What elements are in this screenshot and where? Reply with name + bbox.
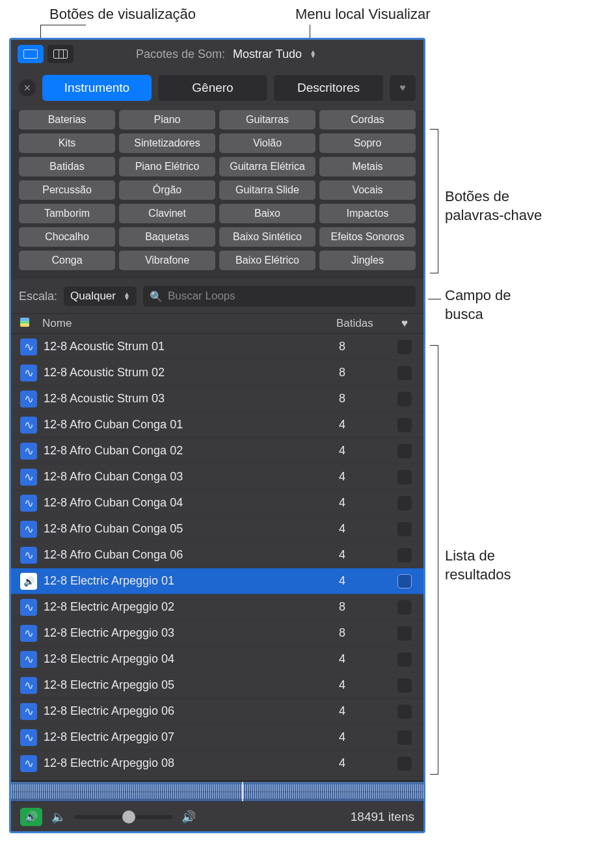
popup-arrows-icon: ▲▼ <box>310 50 316 58</box>
favorites-button[interactable]: ♥ <box>390 75 416 101</box>
keyword-button[interactable]: Baquetas <box>119 227 215 247</box>
result-row[interactable]: 12-8 Acoustic Strum 018 <box>11 334 423 360</box>
loop-audio-icon <box>20 417 37 434</box>
column-beats[interactable]: Batidas <box>336 317 395 330</box>
loop-name: 12-8 Electric Arpeggio 01 <box>44 574 339 588</box>
result-row[interactable]: 12-8 Electric Arpeggio 038 <box>11 620 423 646</box>
loop-beats: 8 <box>339 366 397 380</box>
preview-play-button[interactable]: 🔊 <box>20 808 42 826</box>
keyword-button[interactable]: Sopro <box>319 133 416 153</box>
playhead[interactable] <box>242 782 243 801</box>
category-tabs: ✕ Instrumento Gênero Descritores ♥ <box>11 68 423 110</box>
favorite-checkbox[interactable] <box>397 626 412 641</box>
favorite-checkbox[interactable] <box>397 522 412 536</box>
keyword-button[interactable]: Kits <box>19 133 115 153</box>
callout-line <box>310 25 310 39</box>
result-row[interactable]: 12-8 Afro Cuban Conga 064 <box>11 542 423 568</box>
slider-knob[interactable] <box>122 810 135 823</box>
view-button-2[interactable] <box>47 45 74 63</box>
keyword-button[interactable]: Violão <box>219 133 315 153</box>
result-row[interactable]: 12-8 Afro Cuban Conga 024 <box>11 438 423 464</box>
loop-name: 12-8 Electric Arpeggio 05 <box>44 678 339 692</box>
keyword-button[interactable]: Guitarra Slide <box>219 180 315 200</box>
volume-slider[interactable] <box>75 815 172 819</box>
result-row[interactable]: 12-8 Electric Arpeggio 064 <box>11 698 423 725</box>
result-row[interactable]: 12-8 Afro Cuban Conga 034 <box>11 464 423 490</box>
results-list[interactable]: 12-8 Acoustic Strum 01812-8 Acoustic Str… <box>11 334 423 781</box>
keyword-button[interactable]: Tamborim <box>19 204 115 223</box>
loop-color-icon <box>20 318 29 327</box>
tab-descriptors[interactable]: Descritores <box>274 75 383 101</box>
view-button-1[interactable] <box>18 45 44 63</box>
loop-beats: 8 <box>339 626 397 640</box>
loop-name: 12-8 Afro Cuban Conga 04 <box>44 496 339 510</box>
column-favorite[interactable]: ♥ <box>395 317 414 330</box>
result-row[interactable]: 12-8 Electric Arpeggio 044 <box>11 646 423 672</box>
favorite-checkbox[interactable] <box>397 574 412 588</box>
keyword-button[interactable]: Guitarra Elétrica <box>219 157 315 176</box>
bottom-bar: 🔊 🔈 🔊 18491 itens <box>11 801 423 831</box>
keyword-button[interactable]: Conga <box>19 251 115 270</box>
keyword-button[interactable]: Guitarras <box>219 110 315 130</box>
favorite-checkbox[interactable] <box>397 548 412 562</box>
keyword-button[interactable]: Impactos <box>319 204 416 223</box>
loop-beats: 8 <box>339 340 397 353</box>
loop-audio-icon <box>20 625 37 642</box>
favorite-checkbox[interactable] <box>397 678 412 693</box>
keyword-button[interactable]: Piano <box>119 110 215 130</box>
keyword-button[interactable]: Chocalho <box>19 227 115 247</box>
keyword-button[interactable]: Piano Elétrico <box>119 157 215 176</box>
result-row[interactable]: 12-8 Electric Arpeggio 014 <box>11 568 423 594</box>
result-row[interactable]: 12-8 Afro Cuban Conga 054 <box>11 516 423 542</box>
keyword-button[interactable]: Órgão <box>119 180 215 200</box>
favorite-checkbox[interactable] <box>397 418 412 432</box>
sound-packs-popup[interactable]: Mostrar Tudo <box>233 48 302 61</box>
keyword-button[interactable]: Vibrafone <box>119 251 215 270</box>
favorite-checkbox[interactable] <box>397 392 412 406</box>
keyword-button[interactable]: Vocais <box>319 180 416 200</box>
keyword-button[interactable]: Sintetizadores <box>119 133 215 153</box>
favorite-checkbox[interactable] <box>397 756 412 771</box>
loop-audio-icon <box>20 599 37 616</box>
result-row[interactable]: 12-8 Afro Cuban Conga 014 <box>11 412 423 438</box>
result-row[interactable]: 12-8 Electric Arpeggio 084 <box>11 751 423 777</box>
favorite-checkbox[interactable] <box>397 340 412 354</box>
keyword-button[interactable]: Clavinet <box>119 204 215 223</box>
result-row[interactable]: 12-8 Electric Arpeggio 028 <box>11 594 423 620</box>
favorite-checkbox[interactable] <box>397 704 412 719</box>
loop-name: 12-8 Electric Arpeggio 07 <box>44 730 339 744</box>
items-count: 18491 itens <box>351 810 414 824</box>
keyword-button[interactable]: Baixo Elétrico <box>219 251 315 270</box>
favorite-checkbox[interactable] <box>397 444 412 458</box>
favorite-checkbox[interactable] <box>397 652 412 667</box>
keyword-button[interactable]: Batidas <box>19 157 115 176</box>
favorite-checkbox[interactable] <box>397 496 412 510</box>
keyword-button[interactable]: Efeitos Sonoros <box>319 227 416 247</box>
result-row[interactable]: 12-8 Electric Arpeggio 074 <box>11 725 423 751</box>
keyword-button[interactable]: Cordas <box>319 110 416 130</box>
favorite-checkbox[interactable] <box>397 600 412 615</box>
favorite-checkbox[interactable] <box>397 470 412 484</box>
loop-beats: 4 <box>339 444 397 458</box>
search-input[interactable] <box>168 290 409 303</box>
result-row[interactable]: 12-8 Acoustic Strum 028 <box>11 360 423 386</box>
keyword-button[interactable]: Percussão <box>19 180 115 200</box>
tab-instrument[interactable]: Instrumento <box>42 75 152 101</box>
result-row[interactable]: 12-8 Afro Cuban Conga 044 <box>11 490 423 516</box>
keyword-button[interactable]: Baixo <box>219 204 315 223</box>
loop-beats: 8 <box>339 600 397 614</box>
keyword-button[interactable]: Metais <box>319 157 416 176</box>
keyword-button[interactable]: Jingles <box>319 251 416 270</box>
column-name[interactable]: Nome <box>38 317 336 330</box>
search-box[interactable]: 🔍 <box>143 286 416 307</box>
result-row[interactable]: 12-8 Acoustic Strum 038 <box>11 386 423 412</box>
result-row[interactable]: 12-8 Electric Arpeggio 054 <box>11 672 423 698</box>
tab-genre[interactable]: Gênero <box>158 75 267 101</box>
clear-filter-button[interactable]: ✕ <box>19 79 36 96</box>
keyword-button[interactable]: Baterias <box>19 110 115 130</box>
waveform-preview[interactable] <box>11 781 423 801</box>
scale-popup[interactable]: Qualquer ▲▼ <box>64 286 137 306</box>
favorite-checkbox[interactable] <box>397 730 412 745</box>
favorite-checkbox[interactable] <box>397 366 412 380</box>
keyword-button[interactable]: Baixo Sintético <box>219 227 315 247</box>
